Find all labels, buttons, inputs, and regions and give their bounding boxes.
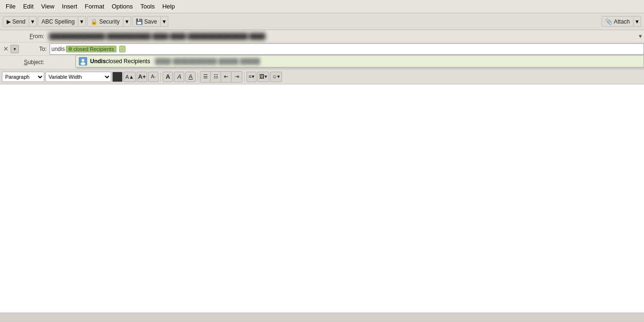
spelling-group: ABC Spelling ▾ [38, 16, 86, 27]
svg-point-1 [82, 59, 84, 62]
font-size-down-btn[interactable]: A- [148, 72, 158, 82]
outdent-btn[interactable]: ⇤ [221, 72, 231, 82]
to-chip[interactable]: closed Recipients [66, 46, 116, 52]
font-select[interactable]: Variable Width [45, 72, 111, 82]
from-row: From: ██████████████ ███████████ ████ ██… [0, 30, 644, 42]
contact-icon [79, 57, 87, 66]
menu-format[interactable]: Format [81, 2, 108, 11]
align-btn[interactable]: ≡▾ [247, 72, 256, 82]
attach-icon: 📎 [605, 18, 612, 25]
insert-image-btn[interactable]: 🖼▾ [257, 72, 269, 82]
font-color-block[interactable] [112, 72, 123, 82]
email-body[interactable] [0, 84, 644, 314]
security-group: 🔒 Security ▾ [87, 16, 131, 27]
menu-options[interactable]: Options [108, 2, 137, 11]
format-toolbar: Paragraph Variable Width A▲ A+ A- A A A … [0, 69, 644, 84]
main-toolbar: ▶ Send ▾ ABC Spelling ▾ 🔒 Security ▾ 💾 S… [0, 13, 644, 30]
unordered-list-btn[interactable]: ☰ [200, 72, 211, 82]
ordered-list-btn[interactable]: ☷ [211, 72, 221, 82]
autocomplete-bold-text: Undisclosed Recipients [90, 58, 150, 65]
spelling-icon: ABC [41, 18, 53, 25]
autocomplete-item[interactable]: Undisclosed Recipients · ████ ██████████… [76, 56, 644, 67]
spelling-dropdown-button[interactable]: ▾ [78, 16, 86, 27]
to-row-controls: ✕ ▾ [0, 45, 19, 53]
from-dropdown[interactable]: ▾ [636, 33, 644, 40]
chip-label: closed Recipients [74, 46, 114, 52]
bold-btn[interactable]: A [163, 72, 173, 82]
list-buttons: ☰ ☷ ⇤ ⇥ [200, 71, 242, 83]
fmt-sep-1 [160, 72, 161, 82]
svg-point-2 [81, 62, 85, 65]
fmt-sep-3 [244, 72, 245, 82]
send-icon: ▶ [7, 18, 11, 25]
save-dropdown-button[interactable]: ▾ [161, 16, 168, 27]
chip-dot-icon [68, 47, 72, 51]
send-group: ▶ Send ▾ [3, 16, 37, 27]
fmt-sep-2 [198, 72, 198, 82]
autocomplete-dropdown: Undisclosed Recipients · ████ ██████████… [75, 55, 644, 67]
status-bar [0, 313, 644, 322]
underline-btn[interactable]: A [185, 72, 196, 82]
indent-btn[interactable]: ⇥ [231, 72, 242, 82]
font-size-up-btn[interactable]: A+ [137, 72, 147, 82]
attach-group: 📎 Attach ▾ [602, 16, 641, 27]
lock-icon: 🔒 [91, 18, 98, 25]
menu-insert[interactable]: Insert [58, 2, 81, 11]
security-button[interactable]: 🔒 Security [87, 16, 123, 27]
send-button[interactable]: ▶ Send [3, 16, 29, 27]
expand-to-button[interactable]: ▾ [10, 45, 19, 53]
from-label: From: [0, 33, 47, 40]
remove-to-button[interactable]: ✕ [2, 45, 9, 53]
subject-label: Subject: [0, 59, 47, 66]
menu-tools[interactable]: Tools [137, 2, 158, 11]
to-row: ✕ ▾ To: undis closed Recipients · [0, 42, 644, 56]
increase-font-btn[interactable]: A▲ [124, 72, 136, 82]
to-input-container[interactable]: undis closed Recipients · [50, 43, 644, 55]
save-icon: 💾 [136, 18, 143, 25]
menu-file[interactable]: File [2, 2, 19, 11]
italic-btn[interactable]: A [174, 72, 184, 82]
from-value: ██████████████ ███████████ ████ ████ ███… [47, 32, 636, 41]
attach-button[interactable]: 📎 Attach [602, 16, 634, 27]
attach-dropdown-button[interactable]: ▾ [634, 16, 641, 27]
chip-extra-label: · [122, 46, 123, 52]
paragraph-style-select[interactable]: Paragraph [2, 72, 44, 82]
menu-help[interactable]: Help [158, 2, 179, 11]
menu-view[interactable]: View [37, 2, 58, 11]
spelling-button[interactable]: ABC Spelling [38, 16, 78, 27]
to-label: To: [19, 46, 50, 52]
menubar: File Edit View Insert Format Options Too… [0, 0, 644, 13]
save-group: 💾 Save ▾ [132, 16, 168, 27]
menu-edit[interactable]: Edit [19, 2, 37, 11]
header-area: From: ██████████████ ███████████ ████ ██… [0, 30, 644, 69]
autocomplete-email: · ████ ███████████ █████ █████ [152, 58, 260, 65]
security-dropdown-button[interactable]: ▾ [124, 16, 131, 27]
send-dropdown-button[interactable]: ▾ [29, 16, 37, 27]
emoji-btn[interactable]: ☺▾ [270, 72, 282, 82]
to-input-prefix: undis [51, 46, 65, 52]
save-button[interactable]: 💾 Save [132, 16, 161, 27]
to-chip-extra[interactable]: · [119, 46, 125, 52]
